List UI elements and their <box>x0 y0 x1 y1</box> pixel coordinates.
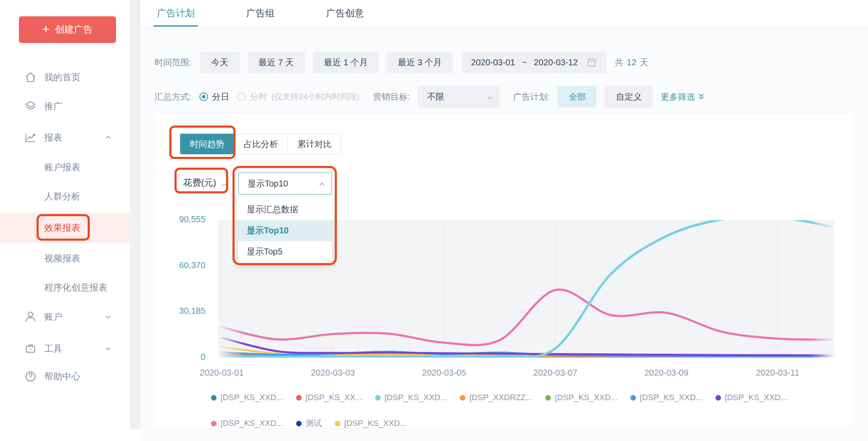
chevron-down-icon <box>104 344 113 353</box>
sidebar-item-label: 帮助中心 <box>44 371 80 383</box>
y-tick-label: 0 <box>167 352 205 362</box>
date-range-picker[interactable]: 2020-03-01 ~ 2020-03-12 <box>462 52 606 73</box>
date-separator: ~ <box>522 58 527 67</box>
legend-label: [DSP_KS_XXD... <box>220 419 283 428</box>
sidebar-item-label: 账户 <box>44 311 62 323</box>
legend-row-2: [DSP_KS_XXD...测试[DSP_KS_XXD... <box>211 418 406 429</box>
legend-item[interactable]: [DSP_KS_XXD... <box>545 393 617 402</box>
sidebar-item-10[interactable]: 工具 <box>0 337 130 361</box>
sidebar-item-6[interactable]: 效果报表 <box>0 213 130 243</box>
marketing-goal-label: 营销目标: <box>373 91 410 103</box>
legend-dot-icon <box>375 395 381 401</box>
sidebar-item-label: 我的首页 <box>44 71 80 83</box>
topn-option-1[interactable]: 显示汇总数据 <box>238 199 332 220</box>
metric-select[interactable]: 花费(元) <box>183 174 227 192</box>
date-end: 2020-03-12 <box>534 58 578 67</box>
legend-label: [DSP_KS_XXD... <box>725 393 788 402</box>
legend-item[interactable]: [DSP_KS_XXD... <box>715 393 788 402</box>
legend-item[interactable]: [DSP_KS_XXD... <box>211 393 283 402</box>
ad-plan-label: 广告计划: <box>513 91 550 103</box>
legend-item[interactable]: [DSP_KS_XXD... <box>211 419 283 428</box>
view-tab-3[interactable]: 累计对比 <box>287 134 342 154</box>
chart-icon <box>24 131 37 144</box>
date-start: 2020-03-01 <box>471 58 515 67</box>
tab-2[interactable]: 广告组 <box>246 0 275 27</box>
legend-dot-icon <box>296 395 302 401</box>
legend-label: [DSP_XXDRZZ... <box>469 393 532 402</box>
content-area: 时间范围: 今天最近 7 天最近 1 个月最近 3 个月 2020-03-01 … <box>141 27 868 441</box>
sidebar-item-9[interactable]: 账户 <box>0 305 130 329</box>
sidebar-item-4[interactable]: 账户报表 <box>0 155 130 179</box>
help-icon <box>24 370 37 383</box>
sidebar-item-2[interactable]: 推广 <box>0 94 130 118</box>
radio-daily[interactable]: 分日 <box>199 91 229 103</box>
x-tick-label: 2020-03-09 <box>632 368 701 378</box>
legend-item[interactable]: [DSP_KS_XXD... <box>630 393 703 402</box>
chevron-down-icon <box>486 93 493 100</box>
chevron-up-icon <box>104 133 113 142</box>
y-tick-label: 60,370 <box>167 260 205 270</box>
radio-hourly[interactable]: 分时(仅支持24小时内时间段) <box>237 91 360 103</box>
x-tick-label: 2020-03-11 <box>743 368 812 378</box>
view-tab-1[interactable]: 时间趋势 <box>180 134 234 154</box>
legend-item[interactable]: [DSP_KS_XXD... <box>335 419 407 428</box>
sidebar-item-label: 推广 <box>44 100 62 112</box>
toolbox-icon <box>24 342 37 355</box>
create-ad-label: 创建广告 <box>55 23 93 36</box>
total-days-value: 12 <box>627 58 636 67</box>
sidebar-item-label: 人群分析 <box>44 190 80 202</box>
topn-option-2[interactable]: 显示Top10 <box>238 220 332 241</box>
report-panel: 时间趋势占比分析累计对比 花费(元) 显示Top10 显示汇总数据显示Top10… <box>155 113 853 429</box>
legend-label: [DSP_KS_XX... <box>306 393 362 402</box>
x-tick-label: 2020-03-05 <box>410 368 478 378</box>
legend-label: 测试 <box>306 418 322 429</box>
sidebar-item-1[interactable]: 我的首页 <box>0 65 130 89</box>
legend-dot-icon <box>630 395 636 401</box>
time-range-label: 时间范围: <box>155 57 192 68</box>
view-tab-2[interactable]: 占比分析 <box>234 134 288 154</box>
legend-item[interactable]: 测试 <box>296 418 322 429</box>
tab-3[interactable]: 广告创意 <box>326 0 364 27</box>
radio-hourly-circle <box>237 92 246 101</box>
sidebar-item-label: 账户报表 <box>44 161 80 173</box>
create-ad-button[interactable]: + 创建广告 <box>19 16 116 43</box>
plan-all-chip[interactable]: 全部 <box>557 86 597 107</box>
more-filters-link[interactable]: 更多筛选 <box>660 91 705 103</box>
sidebar-item-3[interactable]: 报表 <box>0 126 130 150</box>
x-tick-label: 2020-03-03 <box>299 368 367 378</box>
x-tick-label: 2020-03-07 <box>521 368 590 378</box>
double-chevron-down-icon <box>697 93 705 101</box>
layers-icon <box>24 100 37 113</box>
radio-hourly-note: (仅支持24小时内时间段) <box>272 91 360 102</box>
topn-option-3[interactable]: 显示Top5 <box>238 241 332 262</box>
quick-range-chip-4[interactable]: 最近 3 个月 <box>387 52 453 73</box>
plan-custom-chip[interactable]: 自定义 <box>605 86 653 107</box>
quick-range-chips: 今天最近 7 天最近 1 个月最近 3 个月 <box>200 52 453 73</box>
legend-label: [DSP_KS_XXD... <box>344 419 407 428</box>
top-tabs: 广告计划广告组广告创意 <box>141 0 868 27</box>
topn-dropdown-menu: 显示汇总数据显示Top10显示Top5 <box>238 197 332 264</box>
sidebar: + 创建广告 我的首页推广报表账户报表人群分析效果报表视频报表程序化创意报表账户… <box>0 0 130 441</box>
legend-item[interactable]: [DSP_KS_XXD... <box>375 393 447 402</box>
legend-dot-icon <box>545 395 551 401</box>
quick-range-chip-2[interactable]: 最近 7 天 <box>248 52 305 73</box>
marketing-goal-select[interactable]: 不限 <box>418 86 499 107</box>
legend-label: [DSP_KS_XXD... <box>220 393 283 402</box>
quick-range-chip-1[interactable]: 今天 <box>200 52 240 73</box>
summary-row: 汇总方式: 分日 分时(仅支持24小时内时间段) 营销目标: 不限 广告计划: … <box>155 86 705 107</box>
sidebar-item-11[interactable]: 帮助中心 <box>0 364 130 389</box>
sidebar-item-label: 效果报表 <box>44 222 80 234</box>
legend-label: [DSP_KS_XXD... <box>640 393 703 402</box>
legend-dot-icon <box>296 421 302 426</box>
legend-dot-icon <box>211 395 217 401</box>
sidebar-item-7[interactable]: 视频报表 <box>0 246 130 270</box>
legend-item[interactable]: [DSP_KS_XX... <box>296 393 362 402</box>
tab-1[interactable]: 广告计划 <box>157 0 195 27</box>
topn-select[interactable]: 显示Top10 <box>238 172 332 195</box>
legend-row-1: [DSP_KS_XXD...[DSP_KS_XX...[DSP_KS_XXD..… <box>211 393 787 402</box>
quick-range-chip-3[interactable]: 最近 1 个月 <box>313 52 379 73</box>
legend-item[interactable]: [DSP_XXDRZZ... <box>460 393 532 402</box>
sidebar-item-5[interactable]: 人群分析 <box>0 184 130 208</box>
sidebar-item-8[interactable]: 程序化创意报表 <box>0 276 130 300</box>
chevron-up-icon <box>318 180 325 187</box>
